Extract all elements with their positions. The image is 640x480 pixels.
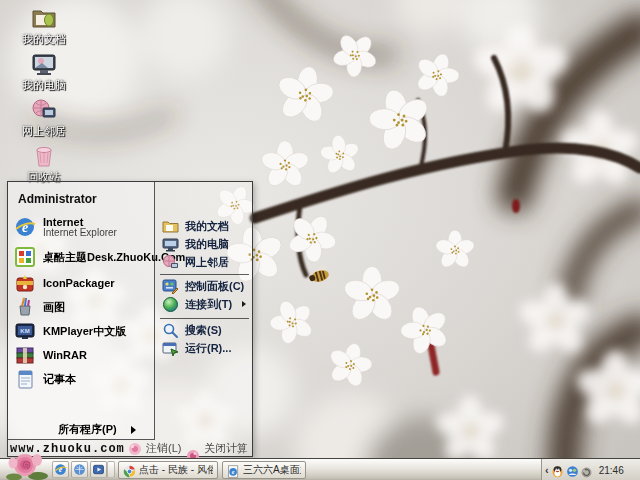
task-button-browser-1[interactable]: 点击 - 民族 - 风俗... <box>118 461 218 479</box>
internet-explorer-icon: e <box>14 216 36 238</box>
task-button-title: 三六六A桌面主题 - 梅... <box>243 463 301 477</box>
winrar-icon <box>14 344 36 366</box>
desktop-icon-label: 我的电脑 <box>6 79 82 91</box>
notepad-icon <box>14 368 36 390</box>
recycle-bin-icon <box>30 142 58 170</box>
start-menu-item-notepad[interactable]: 记事本 <box>14 367 152 391</box>
start-menu-item-label: 连接到(T) <box>185 297 232 312</box>
quick-launch-media-player[interactable] <box>90 461 107 478</box>
desktop-icon-my-computer[interactable]: 我的电脑 <box>6 50 82 96</box>
quick-launch-separator <box>107 461 115 478</box>
start-menu-item-winrar[interactable]: WinRAR <box>14 343 152 367</box>
iconpackager-icon <box>14 272 36 294</box>
tray-collapse-chevron[interactable]: ‹ <box>545 464 549 476</box>
start-menu-item-run[interactable]: 运行(R)... <box>162 340 252 357</box>
log-off-icon <box>128 442 142 456</box>
search-icon <box>162 322 179 339</box>
start-menu-item-label: 运行(R)... <box>185 341 231 356</box>
all-programs-button[interactable]: 所有程序(P) <box>58 422 153 437</box>
ie-page-icon: e <box>227 464 240 477</box>
quick-launch-show-desktop[interactable] <box>71 461 88 478</box>
start-menu-item-label: 网上邻居 <box>185 255 229 270</box>
network-places-icon <box>30 96 58 124</box>
start-menu-item-zhuoku-theme[interactable]: 桌酷主题Desk.ZhuoKu.Com <box>14 245 152 269</box>
submenu-arrow-icon <box>242 301 246 307</box>
log-off-label: 注销(L) <box>146 441 181 456</box>
show-desktop-icon <box>73 463 86 476</box>
start-menu-item-label: 我的电脑 <box>185 237 229 252</box>
desktop-icon-my-documents[interactable]: 我的文档 <box>6 4 82 50</box>
rose-start-icon <box>4 452 52 480</box>
start-menu-item-label: KMPlayer中文版 <box>43 324 126 339</box>
start-menu-user-name: Administrator <box>18 192 97 206</box>
task-button-title: 点击 - 民族 - 风俗... <box>139 463 213 477</box>
start-menu-item-label: WinRAR <box>43 349 87 361</box>
qq-icon[interactable] <box>551 464 564 477</box>
my-computer-icon <box>162 236 179 253</box>
svg-text:KM: KM <box>20 328 29 334</box>
start-menu-item-label: 画图 <box>43 300 65 315</box>
network-places-icon <box>162 254 179 271</box>
internet-explorer-icon: e <box>54 463 67 476</box>
desktop-icon-label: 我的文档 <box>6 33 82 45</box>
start-menu-item-connect-to[interactable]: 连接到(T) <box>162 296 252 313</box>
update-icon[interactable] <box>581 464 594 477</box>
kmplayer-icon: KM <box>14 320 36 342</box>
tray-clock[interactable]: 21:46 <box>599 465 624 476</box>
start-menu-item-sublabel: Internet Explorer <box>43 228 117 238</box>
svg-text:e: e <box>22 220 28 235</box>
start-menu-item-label: 记事本 <box>43 372 76 387</box>
log-off-button[interactable]: 注销(L) <box>128 441 181 456</box>
taskbar: e 点击 - 民族 - 风俗... e 三六六A桌面主题 - 梅... ‹ 21… <box>0 458 640 480</box>
start-menu-item-label: 控制面板(C) <box>185 279 244 294</box>
start-menu-item-paint[interactable]: 画图 <box>14 295 152 319</box>
menu-divider <box>160 274 249 275</box>
all-programs-label: 所有程序(P) <box>58 422 117 437</box>
my-computer-icon <box>30 50 58 78</box>
media-player-icon <box>92 463 105 476</box>
start-menu-right-column: 我的文档 我的电脑 网上邻居 控制面板(C) 连接到(T) <box>156 182 253 440</box>
start-menu-left-column: Administrator e Internet Internet Explor… <box>8 182 155 440</box>
my-documents-icon <box>30 4 58 32</box>
start-menu-item-my-computer[interactable]: 我的电脑 <box>162 236 252 253</box>
start-menu: Administrator e Internet Internet Explor… <box>7 181 253 457</box>
start-button[interactable] <box>4 452 52 480</box>
system-tray: ‹ 21:46 <box>541 459 640 480</box>
task-button-browser-2[interactable]: e 三六六A桌面主题 - 梅... <box>222 461 306 479</box>
run-icon <box>162 340 179 357</box>
start-menu-item-internet[interactable]: e Internet Internet Explorer <box>14 212 152 242</box>
start-menu-item-control-panel[interactable]: 控制面板(C) <box>162 278 252 295</box>
connect-to-icon <box>162 296 179 313</box>
start-menu-item-my-documents[interactable]: 我的文档 <box>162 218 252 235</box>
start-menu-item-network-places[interactable]: 网上邻居 <box>162 254 252 271</box>
start-menu-item-search[interactable]: 搜索(S) <box>162 322 252 339</box>
start-menu-item-iconpackager[interactable]: IconPackager <box>14 271 152 295</box>
quick-launch-internet-explorer[interactable]: e <box>52 461 69 478</box>
desktop-icon-label: 网上邻居 <box>6 125 82 137</box>
svg-text:e: e <box>232 469 235 475</box>
desktop-icon-network-places[interactable]: 网上邻居 <box>6 96 82 142</box>
zhuoku-theme-icon <box>14 246 36 268</box>
control-panel-icon <box>162 278 179 295</box>
my-documents-icon <box>162 218 179 235</box>
menu-divider <box>160 318 249 319</box>
submenu-arrow-icon <box>131 426 136 434</box>
chrome-icon <box>123 464 136 477</box>
start-menu-item-label: 搜索(S) <box>185 323 222 338</box>
paint-icon <box>14 296 36 318</box>
start-menu-item-kmplayer[interactable]: KM KMPlayer中文版 <box>14 319 152 343</box>
messenger-icon[interactable] <box>566 464 579 477</box>
start-menu-item-label: IconPackager <box>43 277 115 289</box>
start-menu-item-label: 我的文档 <box>185 219 229 234</box>
